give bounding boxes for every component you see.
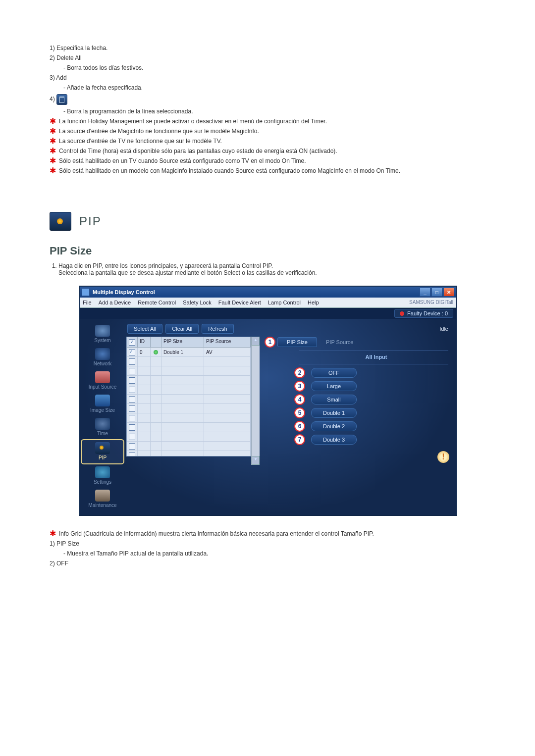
pip-icon (95, 442, 110, 454)
col-pip-source[interactable]: PIP Source (204, 337, 251, 347)
minimize-button[interactable]: _ (420, 288, 430, 297)
col-id[interactable]: ID (138, 337, 151, 347)
grid-header: ID PIP Size PIP Source (127, 337, 251, 348)
tab-pip-size[interactable]: PIP Size (277, 337, 317, 347)
menu-add-device[interactable]: Add a Device (99, 300, 131, 305)
note-text: La source d'entrée de MagicInfo ne fonct… (59, 128, 485, 135)
scroll-up-icon[interactable]: ▲ (252, 337, 260, 346)
input-source-icon (95, 371, 110, 383)
star-icon: ✱ (50, 157, 56, 164)
monitor-icon (50, 212, 71, 231)
image-size-icon (95, 395, 110, 406)
row-checkbox[interactable] (129, 415, 135, 421)
star-icon: ✱ (50, 148, 56, 154)
all-input-label: All Input (299, 354, 453, 360)
callout-2: 2 (294, 367, 305, 378)
row-checkbox[interactable] (129, 368, 135, 374)
list-item: 3) Add (50, 74, 485, 81)
row-checkbox[interactable] (129, 358, 135, 365)
list-item: 4) (50, 94, 485, 105)
sidebar-item-pip[interactable]: PIP (81, 439, 124, 464)
info-grid: ID PIP Size PIP Source 0 Double 1 AV (126, 337, 260, 465)
menubar: File Add a Device Remote Control Safety … (80, 298, 456, 308)
system-icon (95, 325, 110, 337)
sidebar-item-network[interactable]: Network (82, 346, 123, 369)
row-checkbox[interactable] (129, 349, 135, 355)
maintenance-icon (95, 490, 110, 502)
grid-scrollbar[interactable]: ▲ ▼ (251, 337, 260, 465)
menu-remote-control[interactable]: Remote Control (138, 300, 176, 305)
star-icon: ✱ (50, 138, 56, 145)
option-double2-button[interactable]: Double 2 (311, 421, 357, 431)
note-text: Control de Time (hora) está disponible s… (59, 148, 485, 154)
sidebar-item-input-source[interactable]: Input Source (82, 369, 123, 393)
list-item: 1) Especifica la fecha. (50, 45, 485, 51)
menu-safety-lock[interactable]: Safety Lock (183, 300, 211, 305)
window-title: Multiple Display Control (93, 289, 420, 295)
option-off-button[interactable]: OFF (311, 368, 357, 378)
fault-dot-icon (400, 311, 404, 316)
row-checkbox[interactable] (129, 377, 135, 384)
list-item: 2) Delete All (50, 54, 485, 61)
note-text: La función Holiday Management se puede a… (59, 118, 485, 125)
sidebar-item-time[interactable]: Time (82, 416, 123, 439)
row-checkbox[interactable] (129, 396, 135, 403)
refresh-button[interactable]: Refresh (202, 324, 234, 334)
note-text: Info Grid (Cuadrícula de información) mu… (59, 530, 485, 537)
option-small-button[interactable]: Small (311, 395, 357, 404)
subsection-title: PIP Size (50, 245, 485, 257)
callout-7: 7 (294, 434, 305, 445)
steps-list: Haga clic en PIP, entre los iconos princ… (58, 262, 485, 276)
option-double1-button[interactable]: Double 1 (311, 408, 357, 418)
network-icon (95, 348, 110, 360)
sidebar: System Network Input Source Image Size T… (80, 319, 125, 515)
table-row[interactable]: 0 Double 1 AV (127, 348, 251, 357)
star-icon: ✱ (50, 128, 56, 135)
callout-1: 1 (265, 337, 275, 348)
row-checkbox[interactable] (129, 434, 135, 440)
row-checkbox[interactable] (129, 405, 135, 412)
maximize-button[interactable]: □ (431, 288, 442, 297)
time-icon (95, 418, 110, 430)
grid-body: 0 Double 1 AV (127, 348, 251, 456)
clear-all-button[interactable]: Clear All (165, 324, 199, 334)
scroll-down-icon[interactable]: ▼ (252, 456, 260, 465)
select-all-button[interactable]: Select All (127, 324, 162, 334)
section-title: PIP (79, 214, 102, 228)
app-screenshot: Multiple Display Control _ □ ✕ File Add … (79, 286, 456, 515)
settings-icon (95, 466, 110, 478)
list-sub: - Añade la fecha especificada. (63, 84, 485, 91)
list-item: 1) PIP Size (50, 540, 485, 547)
status-idle: Idle (439, 326, 452, 332)
faulty-text: Faulty Device : 0 (407, 310, 448, 316)
faulty-bar: Faulty Device : 0 (80, 308, 456, 319)
star-icon: ✱ (50, 118, 56, 125)
star-icon: ✱ (50, 530, 56, 537)
callout-6: 6 (294, 421, 305, 432)
sidebar-item-image-size[interactable]: Image Size (82, 393, 123, 416)
close-button[interactable]: ✕ (443, 288, 454, 297)
row-checkbox[interactable] (129, 387, 135, 393)
sidebar-item-maintenance[interactable]: Maintenance (82, 488, 123, 511)
app-icon (82, 288, 90, 296)
option-large-button[interactable]: Large (311, 381, 357, 391)
row-checkbox[interactable] (129, 453, 135, 456)
titlebar: Multiple Display Control _ □ ✕ (80, 287, 456, 298)
warning-icon: ! (437, 451, 449, 463)
star-notes: ✱La función Holiday Management se puede … (50, 118, 485, 174)
col-checkbox[interactable] (127, 337, 138, 347)
menu-fault-device-alert[interactable]: Fault Device Alert (218, 300, 261, 305)
step-item: Haga clic en PIP, entre los iconos princ… (58, 262, 485, 276)
menu-file[interactable]: File (83, 300, 92, 305)
trash-icon (56, 94, 67, 105)
menu-lamp-control[interactable]: Lamp Control (268, 300, 301, 305)
tab-pip-source[interactable]: PIP Source (317, 338, 362, 347)
sidebar-item-system[interactable]: System (82, 323, 123, 346)
sidebar-item-settings[interactable]: Settings (82, 464, 123, 488)
menu-help[interactable]: Help (308, 300, 319, 305)
col-pip-size[interactable]: PIP Size (161, 337, 204, 347)
row-checkbox[interactable] (129, 424, 135, 431)
row-checkbox[interactable] (129, 443, 135, 450)
option-double3-button[interactable]: Double 3 (311, 435, 357, 445)
col-status[interactable] (151, 337, 161, 347)
